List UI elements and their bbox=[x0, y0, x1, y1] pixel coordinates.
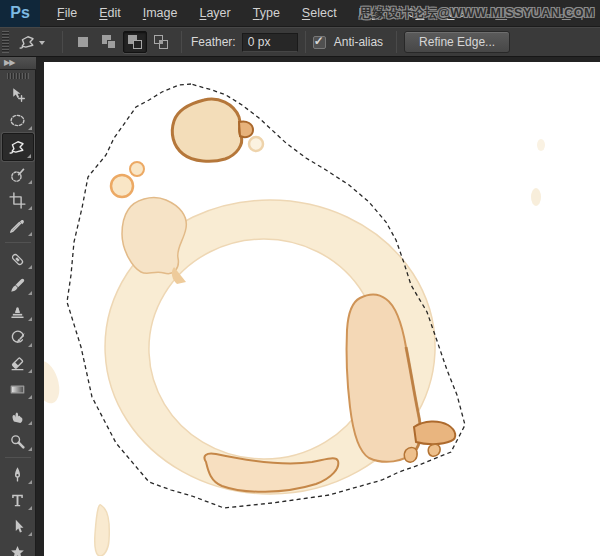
refine-edge-button[interactable]: Refine Edge... bbox=[404, 31, 510, 53]
stain-bump bbox=[239, 121, 253, 137]
brush-tool-button[interactable] bbox=[0, 272, 36, 298]
flyout-triangle-icon bbox=[28, 506, 32, 510]
new-selection-icon bbox=[76, 35, 90, 49]
menu-select[interactable]: Select bbox=[291, 6, 348, 20]
clone-stamp-tool-button[interactable] bbox=[0, 298, 36, 324]
flyout-triangle-icon bbox=[27, 154, 31, 158]
anti-alias-label: Anti-alias bbox=[334, 35, 383, 49]
feather-input[interactable] bbox=[242, 33, 298, 52]
polygonal-lasso-icon bbox=[9, 139, 26, 156]
brush-tool-icon bbox=[9, 277, 26, 294]
type-tool-button[interactable] bbox=[0, 487, 36, 513]
flyout-triangle-icon bbox=[28, 395, 32, 399]
selection-arrow-icon bbox=[9, 518, 26, 535]
add-to-selection-button[interactable] bbox=[97, 31, 121, 53]
crop-tool-icon bbox=[9, 192, 26, 209]
flyout-triangle-icon bbox=[28, 126, 32, 130]
spot-healing-brush-tool-button[interactable] bbox=[0, 246, 36, 272]
subtract-from-selection-button[interactable] bbox=[123, 31, 147, 53]
add-to-selection-icon bbox=[102, 35, 116, 49]
stain-drip bbox=[95, 505, 110, 556]
tools-panel-grip[interactable] bbox=[7, 73, 29, 79]
intersect-selection-button[interactable] bbox=[149, 31, 173, 53]
divider bbox=[62, 31, 63, 53]
photoshop-logo: Ps bbox=[0, 0, 40, 27]
document-canvas[interactable] bbox=[44, 62, 600, 556]
stain-dot bbox=[130, 162, 144, 176]
smudge-tool-icon bbox=[9, 407, 26, 424]
history-brush-icon bbox=[9, 329, 26, 346]
flyout-triangle-icon bbox=[28, 421, 32, 425]
path-selection-tool-button[interactable] bbox=[0, 513, 36, 539]
divider bbox=[396, 31, 397, 53]
stain-nub bbox=[404, 448, 417, 463]
quick-selection-tool-button[interactable] bbox=[0, 161, 36, 187]
active-tool-preset[interactable] bbox=[13, 31, 51, 54]
custom-shape-tool-button[interactable] bbox=[0, 539, 36, 556]
gradient-tool-button[interactable] bbox=[0, 376, 36, 402]
clone-stamp-icon bbox=[9, 303, 26, 320]
workspace: ▶▶ bbox=[0, 57, 600, 556]
dodge-tool-icon bbox=[9, 433, 26, 450]
menu-layer[interactable]: Layer bbox=[188, 6, 241, 20]
flyout-triangle-icon bbox=[28, 180, 32, 184]
flyout-triangle-icon bbox=[28, 480, 32, 484]
gradient-tool-icon bbox=[9, 381, 26, 398]
anti-alias-checkbox[interactable] bbox=[313, 36, 326, 49]
tools-panel-header[interactable]: ▶▶ bbox=[0, 57, 36, 70]
eraser-tool-icon bbox=[9, 355, 26, 372]
elliptical-marquee-tool-button[interactable] bbox=[0, 107, 36, 133]
photoshop-window: Ps File Edit Image Layer Type Select Fil… bbox=[0, 0, 600, 556]
divider bbox=[181, 31, 182, 53]
healing-brush-icon bbox=[9, 251, 26, 268]
double-chevron-right-icon: ▶▶ bbox=[4, 58, 14, 67]
stain-left-lobe bbox=[122, 198, 186, 274]
feather-label: Feather: bbox=[191, 35, 236, 49]
options-bar-grip[interactable] bbox=[2, 31, 9, 53]
polygonal-lasso-tool-button[interactable] bbox=[2, 133, 34, 161]
history-brush-tool-button[interactable] bbox=[0, 324, 36, 350]
pen-tool-button[interactable] bbox=[0, 461, 36, 487]
eraser-tool-button[interactable] bbox=[0, 350, 36, 376]
menu-type[interactable]: Type bbox=[242, 6, 291, 20]
menu-bar: Ps File Edit Image Layer Type Select Fil… bbox=[0, 0, 600, 27]
menu-image[interactable]: Image bbox=[132, 6, 189, 20]
tools-panel: ▶▶ bbox=[0, 57, 36, 556]
dodge-tool-button[interactable] bbox=[0, 428, 36, 454]
tool-options-bar: Feather: Anti-alias Refine Edge... bbox=[0, 27, 600, 57]
move-tool-icon bbox=[9, 86, 26, 103]
polygonal-lasso-icon bbox=[19, 34, 36, 51]
stain-speck bbox=[537, 139, 545, 151]
intersect-selection-icon bbox=[154, 35, 168, 49]
flyout-triangle-icon bbox=[28, 532, 32, 536]
type-tool-icon bbox=[9, 492, 26, 509]
tools-divider bbox=[5, 242, 31, 243]
menu-edit[interactable]: Edit bbox=[88, 6, 132, 20]
flyout-triangle-icon bbox=[28, 447, 32, 451]
tools-panel-body bbox=[0, 70, 36, 556]
divider bbox=[305, 31, 306, 53]
stain-finger bbox=[414, 421, 455, 444]
stain-nub bbox=[428, 444, 440, 456]
eyedropper-icon bbox=[9, 218, 26, 235]
pen-tool-icon bbox=[9, 466, 26, 483]
stain-top-splotch bbox=[172, 99, 241, 161]
smudge-tool-button[interactable] bbox=[0, 402, 36, 428]
coffee-stain-artwork bbox=[44, 62, 600, 556]
site-watermark: 思缘设计论坛@WWW.MISSYUAN.COM bbox=[360, 5, 595, 22]
chevron-down-icon bbox=[39, 41, 45, 45]
flyout-triangle-icon bbox=[28, 317, 32, 321]
stain-dot bbox=[111, 175, 133, 197]
flyout-triangle-icon bbox=[28, 265, 32, 269]
new-selection-button[interactable] bbox=[71, 31, 95, 53]
flyout-triangle-icon bbox=[28, 369, 32, 373]
menu-file[interactable]: File bbox=[46, 6, 88, 20]
move-tool-button[interactable] bbox=[0, 81, 36, 107]
subtract-from-selection-icon bbox=[128, 35, 142, 49]
flyout-triangle-icon bbox=[28, 206, 32, 210]
quick-selection-icon bbox=[9, 166, 26, 183]
crop-tool-button[interactable] bbox=[0, 187, 36, 213]
flyout-triangle-icon bbox=[28, 232, 32, 236]
canvas-area bbox=[36, 57, 600, 556]
eyedropper-tool-button[interactable] bbox=[0, 213, 36, 239]
